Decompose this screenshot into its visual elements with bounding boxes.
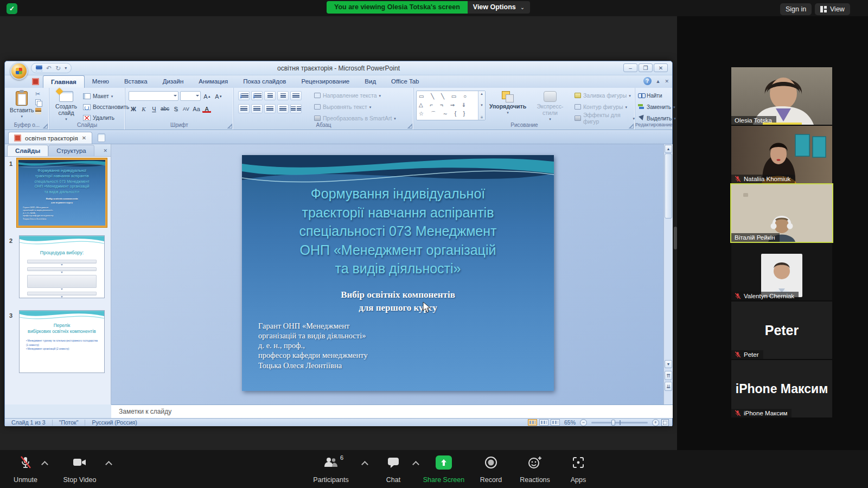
fit-to-window-button[interactable] [661, 419, 669, 426]
font-grow-button[interactable]: А▲ [202, 92, 212, 101]
justify-button[interactable] [277, 104, 289, 113]
zoom-out-button[interactable]: − [580, 419, 587, 426]
participant-tile-iphone-maksym[interactable]: iPhone Максим iPhone Максим [731, 360, 832, 418]
minimize-button[interactable]: – [623, 63, 637, 72]
drawing-dialog-launcher[interactable] [629, 124, 634, 129]
format-painter-icon[interactable] [35, 108, 41, 114]
font-size-combo[interactable] [180, 91, 201, 101]
slide-sorter-view-button[interactable] [539, 419, 548, 426]
decrease-indent-button[interactable] [264, 91, 276, 100]
scroll-up-button[interactable]: ▲ [665, 145, 672, 153]
zoom-slider-handle[interactable] [611, 420, 615, 426]
sign-in-button[interactable]: Sign in [780, 3, 812, 15]
new-slide-button[interactable]: Создать слайд ▾ [52, 90, 81, 122]
bullets-button[interactable] [238, 91, 250, 100]
zoom-slider[interactable] [591, 422, 648, 423]
slideshow-view-button[interactable] [551, 419, 560, 426]
reset-button[interactable]: Восстановить [83, 102, 129, 112]
participants-options-chevron[interactable] [361, 461, 368, 468]
participant-tile-vitalii-active-speaker[interactable]: Віталій Рейкін [731, 184, 832, 242]
shape-outline-button[interactable]: Контур фигуры▾ [575, 102, 635, 112]
font-dialog-launcher[interactable] [227, 124, 232, 129]
italic-button[interactable]: К [139, 104, 149, 113]
restore-button[interactable]: ❐ [639, 63, 653, 72]
document-tab-close-icon[interactable]: ✕ [82, 135, 86, 141]
slide-editor-area[interactable]: Формування індивідуальної траєкторії нав… [111, 144, 663, 404]
status-language[interactable]: Русский (Россия) [90, 419, 139, 426]
record-button[interactable]: Record [473, 454, 509, 485]
tab-menu[interactable]: Меню [85, 75, 117, 88]
arrange-button[interactable]: Упорядочить ▾ [490, 90, 526, 115]
participants-button[interactable]: 6 Participants [304, 454, 358, 485]
bold-button[interactable]: Ж [129, 104, 138, 113]
apps-button[interactable]: Apps [563, 454, 593, 485]
tab-insert[interactable]: Вставка [117, 75, 155, 88]
zoom-in-button[interactable]: + [652, 419, 659, 426]
tab-view[interactable]: Вид [357, 75, 384, 88]
copy-icon[interactable] [35, 99, 41, 106]
scrollbar-thumb[interactable] [665, 153, 672, 219]
office-tab-addin-icon[interactable] [32, 78, 39, 85]
align-left-button[interactable] [238, 104, 250, 113]
tab-review[interactable]: Рецензирование [293, 75, 357, 88]
view-options-button[interactable]: View Options ⌄ [468, 1, 530, 14]
font-color-button[interactable]: А [202, 104, 212, 113]
font-name-combo[interactable] [129, 91, 178, 101]
panel-tab-slides[interactable]: Слайды [7, 145, 48, 156]
normal-view-button[interactable] [528, 419, 537, 426]
ribbon-collapse-icon[interactable]: ▲ [656, 79, 661, 84]
layout-button[interactable]: Макет▾ [83, 91, 129, 101]
tab-slideshow[interactable]: Показ слайдов [235, 75, 293, 88]
video-options-chevron[interactable] [105, 461, 112, 468]
character-spacing-button[interactable]: AV [181, 104, 191, 113]
view-button[interactable]: View [815, 3, 850, 15]
tab-animation[interactable]: Анимация [191, 75, 235, 88]
panel-tab-outline[interactable]: Структура [48, 145, 94, 156]
help-icon[interactable]: ? [643, 77, 652, 85]
new-document-tab-button[interactable] [98, 133, 105, 142]
shapes-gallery[interactable]: ▭ ╲ ╲ ▭ ○ △ ⌐ ¬ ⇒ ⇓ ☆ ⌒ ∼ { } ▲▼⇊ [416, 91, 486, 120]
shape-fill-button[interactable]: Заливка фигуры▾ [575, 91, 635, 100]
zoom-percentage[interactable]: 65% [564, 419, 576, 426]
paragraph-dialog-launcher[interactable] [407, 124, 412, 129]
unmute-button[interactable]: Unmute [7, 454, 44, 485]
notes-pane[interactable]: Заметки к слайду [111, 404, 673, 418]
align-right-button[interactable] [264, 104, 276, 113]
security-shield-icon[interactable]: ✓ [7, 3, 17, 14]
numbering-button[interactable] [251, 91, 263, 100]
share-screen-button[interactable]: Share Screen [417, 454, 471, 485]
slide-thumbnail-3[interactable]: Перелік вибіркових освітніх компонентів … [19, 310, 105, 373]
paste-button[interactable]: Вставить ▾ [8, 90, 36, 119]
previous-slide-button[interactable]: ⇈ [665, 371, 672, 380]
chat-button[interactable]: Chat [375, 454, 411, 485]
align-center-button[interactable] [251, 104, 263, 113]
participant-tile-peter[interactable]: Peter Peter [731, 301, 832, 359]
office-button[interactable] [10, 62, 28, 80]
reactions-button[interactable]: Reactions [512, 454, 558, 485]
scroll-down-button[interactable]: ▼ [665, 360, 672, 368]
panel-close-icon[interactable]: ✕ [103, 148, 107, 153]
slide-thumbnail-2[interactable]: Процедура вибору: [19, 235, 105, 298]
editor-scrollbar[interactable]: ▲ ▼ ⇈ ⇊ [663, 144, 673, 404]
columns-button[interactable] [290, 104, 302, 113]
tab-office-tab[interactable]: Office Tab [384, 75, 426, 88]
text-shadow-button[interactable]: S [171, 104, 181, 113]
underline-button[interactable]: Ч [149, 104, 159, 113]
participant-tile-olesia[interactable]: Olesia Totska [731, 67, 832, 125]
find-button[interactable]: Найти [638, 91, 676, 100]
quick-styles-button[interactable]: Экспресс-стили ▾ [529, 90, 571, 122]
text-direction-button[interactable]: Направление текста▾ [314, 91, 396, 100]
document-close-icon[interactable]: ✕ [665, 79, 669, 84]
close-button[interactable]: ✕ [654, 63, 668, 72]
document-tab[interactable]: освітня траєкторія ✕ [8, 132, 92, 144]
strikethrough-button[interactable]: abc [159, 104, 170, 113]
participant-tile-valentyn[interactable]: Valentyn Cherniak [731, 243, 832, 300]
change-case-button[interactable]: Аа [192, 104, 201, 113]
current-slide[interactable]: Формування індивідуальної траєкторії нав… [242, 155, 554, 391]
clipboard-dialog-launcher[interactable] [43, 124, 48, 129]
replace-button[interactable]: Заменить▾ [638, 102, 676, 112]
tab-home[interactable]: Главная [43, 75, 85, 88]
next-slide-button[interactable]: ⇊ [665, 382, 672, 391]
stop-video-button[interactable]: Stop Video [56, 454, 103, 485]
line-spacing-button[interactable] [290, 91, 302, 100]
